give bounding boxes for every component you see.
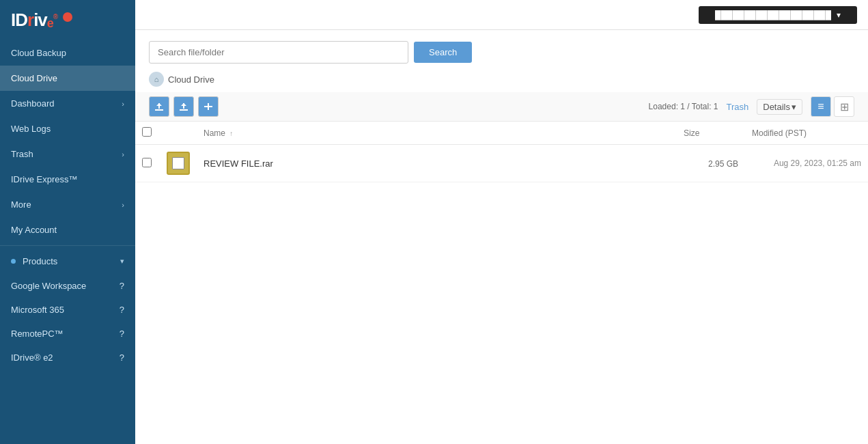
file-table-body: REVIEW FILE.rar 2.95 GB Aug 29, 2023, 01…	[135, 145, 868, 182]
sidebar-label-microsoft-365: Microsoft 365	[11, 305, 64, 315]
sidebar-item-cloud-backup[interactable]: Cloud Backup	[0, 40, 135, 66]
account-dropdown[interactable]: ████████████████████ ▾	[699, 6, 857, 24]
sidebar-item-cloud-drive[interactable]: Cloud Drive	[0, 66, 135, 91]
row-name-cell[interactable]: REVIEW FILE.rar	[197, 145, 677, 182]
logo[interactable]: IDrive®	[0, 0, 135, 40]
sidebar-item-idrive-express[interactable]: IDrive Express™	[0, 167, 135, 192]
help-icon-remotepc[interactable]: ?	[120, 329, 124, 339]
trash-link[interactable]: Trash	[727, 102, 749, 112]
header-icon-col	[160, 122, 197, 145]
products-dot	[11, 259, 16, 264]
svg-marker-4	[181, 103, 186, 106]
help-icon-microsoft-365[interactable]: ?	[120, 305, 124, 315]
search-input[interactable]	[149, 41, 408, 64]
row-icon-cell	[160, 145, 197, 182]
breadcrumb: ⌂ Cloud Drive	[135, 69, 868, 92]
sidebar: IDrive® Cloud Backup Cloud Drive Dashboa…	[0, 0, 135, 444]
svg-rect-2	[155, 109, 163, 111]
chevron-right-icon: ›	[122, 150, 124, 158]
file-date: Aug 29, 2023, 01:25 am	[774, 158, 861, 168]
row-size-cell: 2.95 GB	[677, 145, 745, 182]
header-checkbox-col	[135, 122, 160, 145]
header-size-col: Size	[677, 122, 745, 145]
sidebar-label-cloud-drive: Cloud Drive	[11, 73, 57, 83]
sidebar-item-trash[interactable]: Trash ›	[0, 141, 135, 167]
select-all-checkbox[interactable]	[142, 127, 152, 137]
header-modified-col: Modified (PST)	[745, 122, 868, 145]
upload-folder-button[interactable]	[173, 96, 194, 117]
help-icon-google-workspace[interactable]: ?	[120, 281, 124, 291]
sidebar-label-google-workspace: Google Workspace	[11, 281, 86, 291]
svg-rect-7	[204, 106, 212, 107]
file-size: 2.95 GB	[708, 159, 738, 169]
search-button[interactable]: Search	[414, 42, 472, 63]
sidebar-label-idrive-e2: IDrive® e2	[11, 352, 53, 363]
sidebar-item-dashboard[interactable]: Dashboard ›	[0, 91, 135, 116]
sidebar-label-remotepc: RemotePC™	[11, 329, 64, 339]
sidebar-item-idrive-e2[interactable]: IDrive® e2 ?	[0, 346, 135, 370]
file-table-header: Name ↑ Size Modified (PST)	[135, 122, 868, 145]
help-icon-idrive-e2[interactable]: ?	[120, 352, 124, 363]
search-bar: Search	[135, 30, 868, 69]
topbar: ████████████████████ ▾	[135, 0, 868, 30]
sidebar-label-idrive-express: IDrive Express™	[11, 174, 78, 184]
file-list-container: Name ↑ Size Modified (PST) REVIEW FILE.r…	[135, 122, 868, 444]
row-checkbox-cell	[135, 145, 160, 182]
file-icon	[167, 152, 190, 175]
table-row: REVIEW FILE.rar 2.95 GB Aug 29, 2023, 01…	[135, 145, 868, 182]
svg-marker-1	[156, 103, 162, 106]
file-toolbar: Loaded: 1 / Total: 1 Trash Details ▾ ≡ ⊞	[135, 92, 868, 122]
list-view-button[interactable]: ≡	[811, 96, 831, 117]
main-content: ████████████████████ ▾ Search ⌂ Cloud Dr…	[135, 0, 868, 444]
file-table: Name ↑ Size Modified (PST) REVIEW FILE.r…	[135, 122, 868, 182]
upload-file-button[interactable]	[149, 96, 169, 117]
file-name: REVIEW FILE.rar	[204, 158, 273, 169]
sidebar-item-remotepc[interactable]: RemotePC™ ?	[0, 322, 135, 346]
details-button[interactable]: Details ▾	[757, 99, 802, 115]
chevron-right-icon: ›	[122, 100, 124, 108]
sidebar-item-web-logs[interactable]: Web Logs	[0, 116, 135, 141]
details-chevron-icon: ▾	[792, 102, 796, 112]
header-name-col[interactable]: Name ↑	[197, 122, 677, 145]
sidebar-item-more[interactable]: More ›	[0, 192, 135, 217]
sidebar-item-products[interactable]: Products ▾	[0, 249, 135, 274]
file-icon-inner	[172, 157, 184, 169]
breadcrumb-label: Cloud Drive	[168, 74, 214, 85]
sidebar-item-microsoft-365[interactable]: Microsoft 365 ?	[0, 298, 135, 322]
chevron-down-icon: ▾	[120, 257, 124, 266]
sidebar-label-my-account: My Account	[11, 225, 57, 235]
row-modified-cell: Aug 29, 2023, 01:25 am	[745, 145, 868, 182]
sidebar-divider	[0, 245, 135, 246]
sidebar-label-cloud-backup: Cloud Backup	[11, 48, 66, 58]
home-icon[interactable]: ⌂	[149, 72, 164, 87]
row-checkbox[interactable]	[142, 158, 152, 167]
sidebar-label-more: More	[11, 199, 31, 210]
account-label: ████████████████████	[715, 10, 831, 20]
sidebar-label-trash: Trash	[11, 149, 33, 159]
loaded-info: Loaded: 1 / Total: 1	[649, 102, 718, 111]
grid-view-button[interactable]: ⊞	[834, 96, 854, 117]
sidebar-label-dashboard: Dashboard	[11, 98, 55, 109]
chevron-right-icon: ›	[122, 201, 124, 209]
sidebar-item-my-account[interactable]: My Account	[0, 217, 135, 242]
sidebar-item-google-workspace[interactable]: Google Workspace ?	[0, 274, 135, 298]
sort-arrow-icon: ↑	[229, 130, 233, 137]
sidebar-nav: Cloud Backup Cloud Drive Dashboard › Web…	[0, 40, 135, 444]
new-folder-button[interactable]	[198, 96, 219, 117]
products-label: Products	[23, 256, 57, 266]
sidebar-label-web-logs: Web Logs	[11, 124, 51, 134]
account-chevron-icon: ▾	[837, 10, 841, 20]
svg-rect-5	[180, 109, 188, 111]
